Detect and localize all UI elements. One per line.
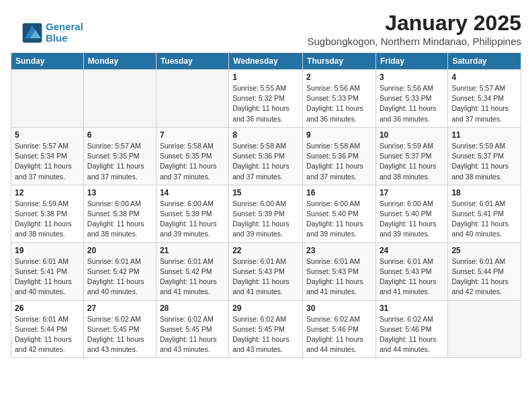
day-number: 31	[380, 304, 444, 313]
calendar-cell: 11Sunrise: 5:59 AMSunset: 5:37 PMDayligh…	[448, 127, 521, 185]
calendar-cell: 26Sunrise: 6:01 AMSunset: 5:44 PMDayligh…	[11, 300, 84, 358]
day-number: 18	[451, 188, 517, 197]
day-number: 22	[232, 246, 299, 255]
day-number: 30	[306, 304, 372, 313]
calendar-cell: 28Sunrise: 6:02 AMSunset: 5:45 PMDayligh…	[156, 300, 228, 358]
day-number: 15	[232, 188, 299, 197]
calendar-cell: 22Sunrise: 6:01 AMSunset: 5:43 PMDayligh…	[229, 242, 303, 300]
weekday-header-wednesday: Wednesday	[229, 53, 303, 70]
calendar-cell: 15Sunrise: 6:00 AMSunset: 5:39 PMDayligh…	[229, 185, 303, 242]
weekday-header-thursday: Thursday	[303, 53, 376, 70]
day-info: Sunrise: 6:01 AMSunset: 5:43 PMDaylight:…	[232, 257, 299, 298]
day-info: Sunrise: 6:01 AMSunset: 5:44 PMDaylight:…	[451, 257, 517, 298]
day-info: Sunrise: 6:02 AMSunset: 5:45 PMDaylight:…	[232, 314, 299, 355]
day-info: Sunrise: 5:59 AMSunset: 5:38 PMDaylight:…	[15, 199, 80, 240]
day-number: 9	[306, 130, 372, 140]
day-info: Sunrise: 6:02 AMSunset: 5:46 PMDaylight:…	[380, 314, 444, 355]
calendar-cell: 18Sunrise: 6:01 AMSunset: 5:41 PMDayligh…	[448, 185, 521, 242]
day-number: 7	[160, 130, 225, 140]
weekday-header-saturday: Saturday	[448, 53, 521, 70]
calendar-cell: 25Sunrise: 6:01 AMSunset: 5:44 PMDayligh…	[448, 242, 521, 300]
calendar-cell: 1Sunrise: 5:55 AMSunset: 5:32 PMDaylight…	[229, 70, 303, 128]
day-number: 24	[380, 246, 444, 255]
day-number: 11	[451, 130, 517, 140]
page-header: January 2025 Sugbongkogon, Northern Mind…	[11, 11, 521, 47]
day-number: 10	[380, 130, 444, 140]
day-number: 12	[15, 188, 80, 197]
day-number: 8	[232, 130, 299, 140]
calendar-cell: 8Sunrise: 5:58 AMSunset: 5:36 PMDaylight…	[229, 127, 303, 185]
calendar-week-5: 26Sunrise: 6:01 AMSunset: 5:44 PMDayligh…	[11, 300, 521, 358]
weekday-header-tuesday: Tuesday	[156, 53, 228, 70]
calendar-cell: 14Sunrise: 6:00 AMSunset: 5:39 PMDayligh…	[156, 185, 228, 242]
day-info: Sunrise: 5:56 AMSunset: 5:33 PMDaylight:…	[380, 83, 444, 124]
day-number: 21	[160, 246, 225, 255]
calendar-week-2: 5Sunrise: 5:57 AMSunset: 5:34 PMDaylight…	[11, 127, 521, 185]
calendar-cell: 4Sunrise: 5:57 AMSunset: 5:34 PMDaylight…	[448, 70, 521, 128]
day-info: Sunrise: 6:01 AMSunset: 5:43 PMDaylight:…	[306, 257, 372, 298]
logo-text: General Blue	[46, 21, 83, 44]
day-info: Sunrise: 5:58 AMSunset: 5:36 PMDaylight:…	[306, 141, 372, 182]
day-info: Sunrise: 6:00 AMSunset: 5:38 PMDaylight:…	[87, 199, 152, 240]
day-info: Sunrise: 5:59 AMSunset: 5:37 PMDaylight:…	[380, 141, 444, 182]
logo: General Blue	[21, 21, 83, 44]
calendar-cell: 24Sunrise: 6:01 AMSunset: 5:43 PMDayligh…	[375, 242, 447, 300]
day-number: 13	[87, 188, 152, 197]
day-number: 26	[15, 304, 80, 313]
day-number: 20	[87, 246, 152, 255]
day-info: Sunrise: 5:57 AMSunset: 5:34 PMDaylight:…	[15, 141, 80, 182]
calendar-cell: 5Sunrise: 5:57 AMSunset: 5:34 PMDaylight…	[11, 127, 84, 185]
calendar-header: SundayMondayTuesdayWednesdayThursdayFrid…	[11, 53, 521, 70]
weekday-header-monday: Monday	[83, 53, 156, 70]
calendar-cell: 3Sunrise: 5:56 AMSunset: 5:33 PMDaylight…	[375, 70, 447, 128]
day-info: Sunrise: 6:01 AMSunset: 5:43 PMDaylight:…	[380, 257, 444, 298]
day-info: Sunrise: 6:02 AMSunset: 5:45 PMDaylight:…	[87, 314, 152, 355]
day-number: 3	[380, 73, 444, 82]
calendar-week-3: 12Sunrise: 5:59 AMSunset: 5:38 PMDayligh…	[11, 185, 521, 242]
calendar-cell: 27Sunrise: 6:02 AMSunset: 5:45 PMDayligh…	[83, 300, 156, 358]
weekday-header-friday: Friday	[375, 53, 447, 70]
day-number: 23	[306, 246, 372, 255]
day-info: Sunrise: 6:02 AMSunset: 5:45 PMDaylight:…	[160, 314, 225, 355]
day-number: 19	[15, 246, 80, 255]
day-number: 28	[160, 304, 225, 313]
calendar-cell: 2Sunrise: 5:56 AMSunset: 5:33 PMDaylight…	[303, 70, 376, 128]
day-info: Sunrise: 5:57 AMSunset: 5:35 PMDaylight:…	[87, 141, 152, 182]
calendar-cell	[83, 70, 156, 128]
calendar-cell: 6Sunrise: 5:57 AMSunset: 5:35 PMDaylight…	[83, 127, 156, 185]
day-number: 6	[87, 130, 152, 140]
day-number: 17	[380, 188, 444, 197]
calendar-cell: 29Sunrise: 6:02 AMSunset: 5:45 PMDayligh…	[229, 300, 303, 358]
calendar-cell: 20Sunrise: 6:01 AMSunset: 5:42 PMDayligh…	[83, 242, 156, 300]
day-info: Sunrise: 5:58 AMSunset: 5:36 PMDaylight:…	[232, 141, 299, 182]
calendar-week-4: 19Sunrise: 6:01 AMSunset: 5:41 PMDayligh…	[11, 242, 521, 300]
logo-line1: General	[46, 21, 83, 32]
calendar-table: SundayMondayTuesdayWednesdayThursdayFrid…	[11, 52, 521, 358]
day-number: 1	[232, 73, 299, 82]
location-subtitle: Sugbongkogon, Northern Mindanao, Philipp…	[11, 36, 521, 47]
day-number: 27	[87, 304, 152, 313]
weekday-header-row: SundayMondayTuesdayWednesdayThursdayFrid…	[11, 53, 521, 70]
calendar-cell: 13Sunrise: 6:00 AMSunset: 5:38 PMDayligh…	[83, 185, 156, 242]
calendar-cell: 9Sunrise: 5:58 AMSunset: 5:36 PMDaylight…	[303, 127, 376, 185]
day-number: 4	[451, 73, 517, 82]
day-info: Sunrise: 6:00 AMSunset: 5:39 PMDaylight:…	[232, 199, 299, 240]
calendar-cell	[11, 70, 84, 128]
day-info: Sunrise: 5:59 AMSunset: 5:37 PMDaylight:…	[451, 141, 517, 182]
logo-icon	[21, 22, 43, 44]
calendar-cell: 23Sunrise: 6:01 AMSunset: 5:43 PMDayligh…	[303, 242, 376, 300]
day-info: Sunrise: 6:01 AMSunset: 5:42 PMDaylight:…	[87, 257, 152, 298]
calendar-cell: 7Sunrise: 5:58 AMSunset: 5:35 PMDaylight…	[156, 127, 228, 185]
calendar-cell: 19Sunrise: 6:01 AMSunset: 5:41 PMDayligh…	[11, 242, 84, 300]
calendar-cell: 21Sunrise: 6:01 AMSunset: 5:42 PMDayligh…	[156, 242, 228, 300]
calendar-cell: 17Sunrise: 6:00 AMSunset: 5:40 PMDayligh…	[375, 185, 447, 242]
logo-line2: Blue	[46, 32, 68, 44]
day-info: Sunrise: 6:00 AMSunset: 5:39 PMDaylight:…	[160, 199, 225, 240]
calendar-cell: 16Sunrise: 6:00 AMSunset: 5:40 PMDayligh…	[303, 185, 376, 242]
weekday-header-sunday: Sunday	[11, 53, 84, 70]
calendar-cell: 31Sunrise: 6:02 AMSunset: 5:46 PMDayligh…	[375, 300, 447, 358]
top-section: General Blue January 2025 Sugbongkogon, …	[11, 11, 521, 47]
day-info: Sunrise: 6:01 AMSunset: 5:41 PMDaylight:…	[451, 199, 517, 240]
day-info: Sunrise: 6:01 AMSunset: 5:42 PMDaylight:…	[160, 257, 225, 298]
calendar-week-1: 1Sunrise: 5:55 AMSunset: 5:32 PMDaylight…	[11, 70, 521, 128]
